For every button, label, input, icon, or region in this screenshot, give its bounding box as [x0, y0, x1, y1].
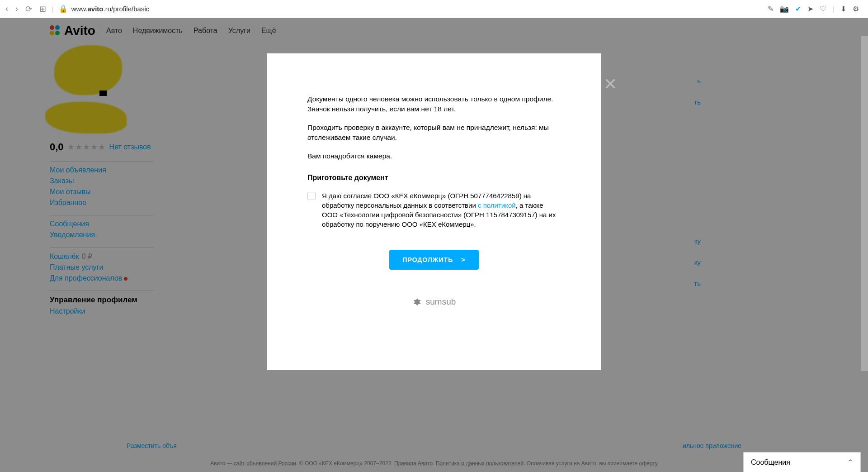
consent-text: Я даю согласие ООО «КЕХ еКоммерц» (ОГРН … [322, 191, 561, 229]
camera-icon[interactable]: 📷 [780, 5, 789, 13]
lock-icon: 🔒 [59, 5, 68, 13]
modal-heading: Приготовьте документ [307, 174, 561, 182]
nav-jobs[interactable]: Работа [193, 27, 217, 35]
address-bar[interactable]: 🔒 www.avito.ru/profile/basic [59, 5, 763, 13]
sumsub-icon [412, 297, 422, 307]
nav-more[interactable]: Ещё [261, 27, 276, 35]
back-button[interactable]: ‹ [5, 4, 8, 14]
settings-icon[interactable]: ⚙ [853, 5, 859, 13]
apps-icon[interactable]: ⊞ [39, 4, 46, 14]
nav-arrows: ‹ › ⟳ ⊞ [5, 4, 46, 14]
forward-button[interactable]: › [15, 4, 18, 14]
policy-link[interactable]: с политикой [478, 201, 516, 209]
nav-realty[interactable]: Недвижимость [133, 27, 183, 35]
modal-text-2: Проходить проверку в аккаунте, который в… [307, 123, 561, 143]
header-nav: Авто Недвижимость Работа Услуги Ещё [106, 27, 276, 35]
url-text: www.avito.ru/profile/basic [71, 5, 150, 13]
messages-dock[interactable]: Сообщения ⌃ [743, 452, 861, 472]
messages-label: Сообщения [751, 458, 790, 467]
edit-icon[interactable]: ✎ [768, 5, 774, 13]
scrollbar[interactable] [861, 36, 868, 371]
verification-modal: Документы одного человека можно использо… [267, 53, 601, 370]
download-icon[interactable]: ⬇ [840, 5, 846, 13]
browser-toolbar: ‹ › ⟳ ⊞ | 🔒 www.avito.ru/profile/basic ✎… [0, 0, 868, 18]
shield-icon[interactable]: ✔ [795, 5, 801, 13]
modal-text-3: Вам понадобится камера. [307, 151, 561, 161]
continue-button[interactable]: ПРОДОЛЖИТЬ> [389, 250, 479, 270]
close-icon[interactable]: ✕ [604, 75, 617, 94]
consent-row: Я даю согласие ООО «КЕХ еКоммерц» (ОГРН … [307, 191, 561, 229]
nav-services[interactable]: Услуги [228, 27, 250, 35]
modal-text-1: Документы одного человека можно использо… [307, 94, 561, 114]
logo-dots-icon [50, 24, 62, 37]
sumsub-logo: sumsub [307, 297, 561, 307]
chevron-right-icon: > [461, 256, 465, 263]
nav-auto[interactable]: Авто [106, 27, 122, 35]
chrome-actions: ✎ 📷 ✔ ➤ ♡ | ⬇ ⚙ [768, 5, 859, 13]
modal-overlay: ✕ Документы одного человека можно исполь… [0, 36, 868, 472]
heart-icon[interactable]: ♡ [820, 5, 826, 13]
separator: | [52, 5, 53, 13]
consent-checkbox[interactable] [307, 192, 316, 200]
send-icon[interactable]: ➤ [807, 5, 813, 13]
chevron-up-icon: ⌃ [847, 458, 853, 467]
reload-button[interactable]: ⟳ [25, 4, 32, 14]
